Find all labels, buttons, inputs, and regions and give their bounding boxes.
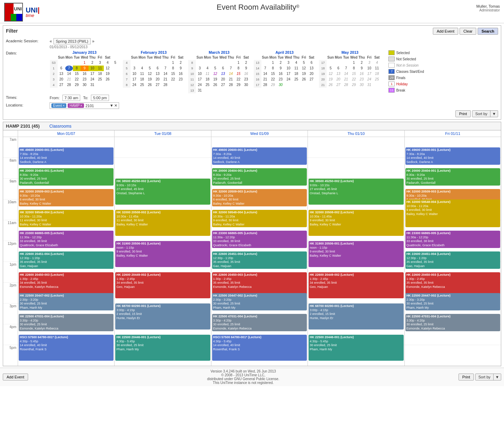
event-block[interactable]: HK 32000 59548-004 (Lecture) 10:00a - 11… [405,199,500,227]
cal-day[interactable]: 7 [65,66,73,71]
event-block[interactable]: HSCI 57500 64780-001* (Lecture) 4:30p - … [19,335,114,361]
cal-day[interactable]: 18 [96,71,104,77]
version-text: Version 3.4.246 built on Wed, 26 Jun 201… [207,369,279,373]
cal-day[interactable]: 3 [96,60,104,66]
event-block[interactable]: HK 68700 60290-001 (Lecture) 3:00p - 4:1… [309,303,403,330]
tag-event-close[interactable]: × [63,104,65,108]
add-event-button[interactable]: Add Event [433,28,458,35]
event-block[interactable]: HK 20000 20404-001 (Lecture) 8:30a - 9:2… [19,168,114,186]
event-block[interactable]: HK 32000 20509-003 (Lecture) 9:30a - 10:… [212,189,307,206]
event-block[interactable]: HK 20000 20404-001 (Lecture) 8:30a - 9:2… [212,168,307,186]
cal-day[interactable]: 19 [104,71,111,77]
cal-day[interactable]: 24 [89,77,96,82]
event-block[interactable]: HK 32000 20508-002 (Lecture) 10:30a - 11… [115,210,210,236]
cal-day[interactable]: 8 [73,66,81,71]
cal-day[interactable]: 15 [73,71,81,77]
cal-day[interactable]: 9 [81,66,89,71]
print-button[interactable]: Print [455,110,471,117]
sort-by-split-btn[interactable]: Sort by ▼ [472,110,498,117]
event-block[interactable]: HK 32000 20509-003 (Lecture) 9:30a - 10:… [19,189,114,206]
cal-day[interactable]: 31 [89,82,96,88]
cal-day[interactable]: 23 [81,77,89,82]
session-next[interactable]: » [92,39,94,44]
event-block[interactable]: HK 23300 66865-005 (Lecture) 11:30a - 12… [19,231,114,248]
cal-day[interactable]: 22 [73,77,81,82]
event-block[interactable]: HK 22500 20447-002 (Lecture) 2:30p - 3:2… [19,293,114,310]
tag-hamp[interactable]: HAMP × [68,103,84,108]
clear-button[interactable]: Clear [460,28,476,35]
event-block[interactable]: HK 23300 66865-005 (Lecture) 11:30a - 12… [405,231,500,248]
cal-day[interactable]: 27 [58,82,65,88]
sort-by-arrow[interactable]: ▼ [490,111,498,117]
event-block[interactable]: HK 22600 20449-002 (Lecture) 1:30p - 2:4… [115,272,210,298]
cal-day[interactable]: 4 [104,60,111,66]
sort-by-label[interactable]: Sort by [472,111,490,117]
event-block[interactable]: HK 68700 60290-001 (Lecture) 3:00p - 4:1… [115,303,210,330]
cal-day[interactable]: 28 [65,82,73,88]
event-block[interactable]: HK 22600 20451-004 (Lecture) 12:30p - 1:… [212,251,307,269]
cal-day[interactable]: 17 [89,71,96,77]
event-block[interactable]: HK 22500 47031-004 (Lecture) 3:30p - 4:2… [212,314,307,331]
cal-day[interactable]: 20 [58,77,65,82]
event-block[interactable]: HK 22500 20447-002 (Lecture) 2:30p - 3:2… [212,293,307,310]
event-block[interactable]: HK 32000 59548-004 (Lecture) 10:30a - 11… [19,210,114,227]
week-num: 4 [50,82,58,88]
academic-session-value: « Spring 2013 (PWL) » 01/01/2013 - 05/12… [50,38,94,49]
cal-day[interactable] [58,60,65,66]
cal-day[interactable]: 30 [81,82,89,88]
event-block[interactable]: HK 22500 20446-001 (Lecture) 4:30p - 5:4… [115,335,210,361]
cal-day[interactable]: 6 [58,66,65,71]
cal-day[interactable]: 12 [104,66,111,71]
event-block[interactable]: HK 22500 20447-002 (Lecture) 2:30p - 3:2… [405,293,500,310]
cal-day[interactable]: 5 [111,60,119,66]
event-block[interactable]: HK 22600 20449-002 (Lecture) 1:30p - 2:4… [309,272,403,298]
cal-day[interactable]: 10 [89,66,96,71]
event-block[interactable]: HK 22500 47031-004 (Lecture) 3:30p - 4:2… [405,314,500,331]
cal-day[interactable]: 11 [96,66,104,71]
event-block[interactable]: HK 31900 20506-001 (Lecture) noon - 1:15… [115,241,210,267]
cal-day[interactable]: 29 [73,82,81,88]
cal-day[interactable]: 25 [96,77,104,82]
tag-hamp-close[interactable]: × [80,104,82,108]
cal-day[interactable]: 1 [81,60,89,66]
event-block[interactable]: HK 38500 45250-002 (Lecture) 9:00s - 10:… [309,179,403,205]
search-button[interactable]: Search [478,28,498,35]
tag-event[interactable]: Event × [51,103,66,108]
event-block[interactable]: HK 22600 20451-004 (Lecture) 12:30p - 1:… [405,251,500,269]
event-block[interactable]: HK 32000 20508-002 (Lecture) 10:30a - 11… [309,210,403,236]
cal-day[interactable]: 14 [65,71,73,77]
location-clear-btn[interactable]: ✕ [114,103,117,108]
event-block[interactable]: HK 23300 66865-005 (Lecture) 11:30a - 12… [212,231,307,248]
cal-day[interactable]: 16 [81,71,89,77]
event-block[interactable]: HK 20000 20404-001 (Lecture) 8:30a - 9:2… [405,168,500,186]
cal-day[interactable]: 13 [58,71,65,77]
event-block[interactable]: HK 22500 20446-001 (Lecture) 4:30p - 5:4… [309,335,403,361]
bottom-print-button[interactable]: Print [459,374,474,380]
event-block[interactable]: HK 22500 47031-004 (Lecture) 3:30p - 4:2… [19,314,114,331]
event-block[interactable]: HK 22600 20451-004 (Lecture) 12:30p - 1:… [19,251,114,269]
cal-day[interactable]: 21 [65,77,73,82]
bottom-add-event-button[interactable]: Add Event [3,374,28,380]
event-block[interactable]: HK 49600 20600-001 (Lecture) 7:30a - 8:2… [405,147,500,165]
location-dropdown-btn[interactable]: ▼ [110,103,114,108]
cal-day[interactable]: 2 [89,60,96,66]
cal-day[interactable] [73,60,81,66]
legend: Selected Not Selected Not in Session 7 C… [388,50,424,93]
from-value[interactable]: 7:30 am [62,95,81,101]
legend-label-selected: Selected [396,51,410,55]
bottom-sort-by-label[interactable]: Sort by [476,374,494,380]
event-block[interactable]: HK 31900 20506-001 (Lecture) noon - 1:15… [309,241,403,267]
session-prev[interactable]: « [50,39,52,44]
bottom-sort-by-btn[interactable]: Sort by ▼ [475,374,501,380]
event-block[interactable]: HSCI 57500 64780-001* (Lecture) 4:30p - … [212,335,307,361]
event-block[interactable]: HK 38500 45250-002 (Lecture) 9:00s - 10:… [115,179,210,205]
to-value[interactable]: 5:00 pm [91,95,109,101]
event-block[interactable]: HK 32000 59548-004 (Lecture) 10:30a - 11… [212,210,307,227]
session-badge[interactable]: Spring 2013 (PWL) [53,38,91,44]
event-block[interactable]: HK 49600 20600-001 (Lecture) 7:30a - 8:2… [212,147,307,165]
location-input-wrap[interactable]: Event × HAMP × 2101 ▼ ✕ [50,102,119,109]
cal-day[interactable] [65,60,73,66]
event-block[interactable]: HK 49600 20600-001 (Lecture) 7:30a - 8:2… [19,147,114,165]
bottom-sort-by-arrow[interactable]: ▼ [494,374,501,380]
cal-day[interactable]: 26 [104,77,111,82]
